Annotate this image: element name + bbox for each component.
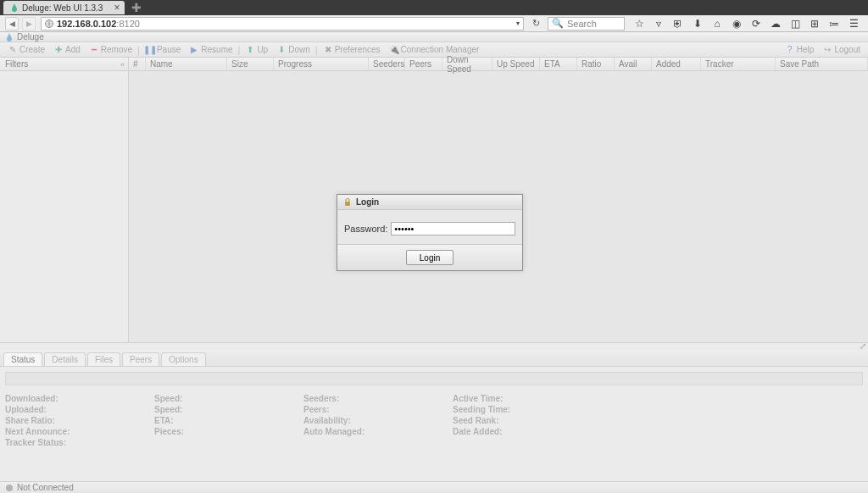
expand-icon[interactable]: ⤢ xyxy=(860,341,866,351)
filters-header[interactable]: Filters « xyxy=(0,58,128,71)
progress-bar xyxy=(5,372,863,385)
address-port: :8120 xyxy=(116,19,140,29)
connection-icon: 🔌 xyxy=(389,45,399,55)
bottom-splitter[interactable]: ⤢ xyxy=(0,343,868,350)
col-avail[interactable]: Avail xyxy=(615,58,652,70)
field-seeders: Seeders: xyxy=(303,394,453,403)
tab-files[interactable]: Files xyxy=(87,352,120,366)
sync-icon[interactable]: ⟳ xyxy=(750,18,762,30)
addon-icon[interactable]: ⊞ xyxy=(809,18,821,30)
login-button[interactable]: Login xyxy=(406,250,453,265)
col-up-speed[interactable]: Up Speed xyxy=(492,58,540,70)
col-added[interactable]: Added xyxy=(652,58,701,70)
col-ratio[interactable]: Ratio xyxy=(577,58,615,70)
col-seeders[interactable]: Seeders xyxy=(369,58,405,70)
field-availability: Availability: xyxy=(303,416,453,425)
preferences-button[interactable]: ✖Preferences xyxy=(320,45,383,55)
field-speed-down: Speed: xyxy=(154,394,303,403)
search-bar[interactable]: 🔍 Search xyxy=(548,17,625,30)
statusbar: Not Connected xyxy=(0,481,868,493)
col-num[interactable]: # xyxy=(129,58,146,70)
field-date-added: Date Added: xyxy=(453,427,602,436)
browser-icons: ☆ ▿ ⛨ ⬇ ⌂ ◉ ⟳ ☁ ◫ ⊞ ≔ ☰ xyxy=(628,18,865,30)
svg-point-1 xyxy=(6,485,13,491)
weather-icon[interactable]: ☁ xyxy=(770,18,782,30)
download-icon[interactable]: ⬇ xyxy=(692,18,704,30)
pause-icon: ❚❚ xyxy=(145,45,155,55)
field-share-ratio: Share Ratio: xyxy=(5,416,154,425)
address-host: 192.168.0.102 xyxy=(57,19,116,29)
login-dialog-header[interactable]: Login xyxy=(337,195,522,210)
browser-tab-strip: Deluge: Web UI 1.3.3 × ✚ xyxy=(0,0,868,15)
help-button[interactable]: ?Help xyxy=(782,45,817,55)
deluge-favicon-icon xyxy=(10,3,19,12)
field-uploaded: Uploaded: xyxy=(5,405,154,414)
main-toolbar: ✎Create ✚Add ━Remove | ❚❚Pause ▶Resume |… xyxy=(0,42,868,58)
connection-status-icon xyxy=(5,484,14,492)
login-dialog-title: Login xyxy=(356,197,379,207)
tab-options[interactable]: Options xyxy=(161,352,205,366)
col-name[interactable]: Name xyxy=(146,58,227,70)
star-icon[interactable]: ☆ xyxy=(633,18,645,30)
preferences-icon: ✖ xyxy=(323,45,333,55)
up-button[interactable]: ⬆Up xyxy=(242,45,270,55)
connection-manager-button[interactable]: 🔌Connection Manager xyxy=(387,45,482,55)
field-speed-up: Speed: xyxy=(154,405,303,414)
field-downloaded: Downloaded: xyxy=(5,394,154,403)
sidebar: Filters « xyxy=(0,58,129,342)
status-content: Downloaded: Uploaded: Share Ratio: Next … xyxy=(0,367,868,454)
svg-rect-2 xyxy=(345,202,350,206)
resume-button[interactable]: ▶Resume xyxy=(186,45,235,55)
browser-tab[interactable]: Deluge: Web UI 1.3.3 × xyxy=(3,1,125,14)
tab-details[interactable]: Details xyxy=(44,352,86,366)
bottom-panel: ⤢ Status Details Files Peers Options Dow… xyxy=(0,342,868,482)
forward-button: ▶ xyxy=(22,17,36,30)
address-bar[interactable]: 192.168.0.102:8120 ▾ xyxy=(41,17,524,30)
col-save-path[interactable]: Save Path xyxy=(776,58,868,70)
search-icon: 🔍 xyxy=(552,18,564,29)
password-input[interactable] xyxy=(391,222,515,235)
shield-icon[interactable]: ⛨ xyxy=(672,18,684,30)
down-icon: ⬇ xyxy=(276,45,287,55)
add-button[interactable]: ✚Add xyxy=(51,45,83,55)
screenshot-icon[interactable]: ◫ xyxy=(789,18,801,30)
home-icon[interactable]: ⌂ xyxy=(711,18,723,30)
grid-header: # Name Size Progress Seeders Peers Down … xyxy=(129,58,868,71)
field-active-time: Active Time: xyxy=(453,394,602,403)
field-seed-rank: Seed Rank: xyxy=(453,416,602,425)
new-tab-icon[interactable]: ✚ xyxy=(131,1,142,14)
col-eta[interactable]: ETA xyxy=(540,58,577,70)
feed-icon[interactable]: ◉ xyxy=(731,18,743,30)
tab-peers[interactable]: Peers xyxy=(122,352,159,366)
col-progress[interactable]: Progress xyxy=(274,58,369,70)
menu-icon[interactable]: ☰ xyxy=(848,18,860,30)
app-title: Deluge xyxy=(17,32,44,42)
col-peers[interactable]: Peers xyxy=(405,58,442,70)
connection-status-text: Not Connected xyxy=(17,483,74,492)
tab-status[interactable]: Status xyxy=(3,352,42,366)
reload-button[interactable]: ↻ xyxy=(529,17,542,30)
back-button[interactable]: ◀ xyxy=(5,17,19,30)
remove-icon: ━ xyxy=(89,45,99,55)
remove-button[interactable]: ━Remove xyxy=(86,45,135,55)
collapse-icon[interactable]: « xyxy=(120,60,125,69)
down-button[interactable]: ⬇Down xyxy=(274,45,313,55)
search-placeholder: Search xyxy=(567,19,597,29)
field-next-announce: Next Announce: xyxy=(5,427,154,436)
pocket-icon[interactable]: ▿ xyxy=(653,18,665,30)
col-tracker[interactable]: Tracker xyxy=(701,58,776,70)
col-down-speed[interactable]: Down Speed xyxy=(442,58,492,70)
address-dropdown-icon[interactable]: ▾ xyxy=(516,19,520,27)
pause-button[interactable]: ❚❚Pause xyxy=(142,45,183,55)
create-button[interactable]: ✎Create xyxy=(5,45,47,55)
status-fields: Downloaded: Uploaded: Share Ratio: Next … xyxy=(5,392,863,449)
app-title-bar: Deluge xyxy=(0,32,868,42)
col-size[interactable]: Size xyxy=(227,58,274,70)
create-icon: ✎ xyxy=(8,45,18,55)
panel-icon[interactable]: ≔ xyxy=(828,18,840,30)
logout-button[interactable]: ↪Logout xyxy=(820,45,863,55)
logout-icon: ↪ xyxy=(822,45,832,55)
resume-icon: ▶ xyxy=(189,45,199,55)
tab-close-icon[interactable]: × xyxy=(114,2,120,14)
details-tabs: Status Details Files Peers Options xyxy=(0,350,868,367)
